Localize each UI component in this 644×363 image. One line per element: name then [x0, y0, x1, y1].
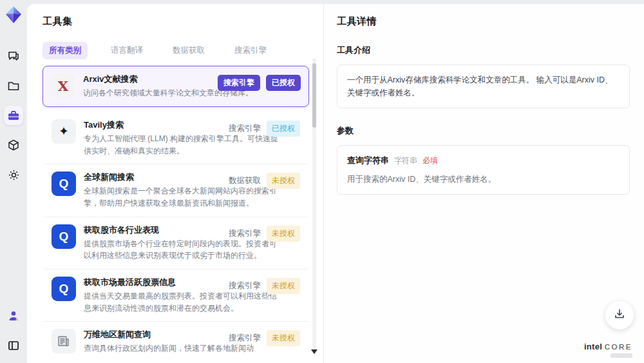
tavily-logo-icon: ✦: [52, 119, 76, 144]
tab-data-fetch[interactable]: 数据获取: [166, 42, 211, 59]
sidebar-item-settings[interactable]: [4, 165, 23, 184]
auth-status-badge[interactable]: 未授权: [267, 226, 300, 242]
sidebar-item-chat[interactable]: [4, 46, 23, 66]
param-name: 查询字符串: [347, 154, 389, 168]
panel-toggle-icon: [7, 339, 20, 352]
active-stock-logo-icon: Q: [52, 277, 76, 301]
folder-icon: [7, 79, 20, 92]
auth-status-badge[interactable]: 未授权: [267, 173, 300, 189]
auth-status-badge[interactable]: 未授权: [267, 330, 300, 346]
sidebar-item-models[interactable]: [4, 135, 23, 155]
download-icon: [613, 308, 626, 323]
sidebar-item-account[interactable]: [4, 306, 23, 326]
tab-all-categories[interactable]: 所有类别: [43, 42, 88, 59]
user-icon: [7, 309, 20, 322]
tool-card-stock-sectors[interactable]: Q 获取股市各行业表现 提供股票市场各个行业在特定时间段内的表现。投资者可以利用…: [44, 217, 308, 270]
app-rail: [0, 0, 27, 363]
tab-search-engine[interactable]: 搜索引擎: [228, 42, 273, 59]
tool-card-tavily[interactable]: ✦ Tavily搜索 专为人工智能代理 (LLM) 构建的搜索引擎工具。可快速提…: [44, 112, 308, 164]
params-heading: 参数: [337, 125, 630, 137]
app-logo-icon: [4, 5, 23, 25]
tool-card-global-news[interactable]: Q 全球新闻搜索 全球新闻搜索是一个聚合全球各大新闻网站内容的搜索引擎，帮助用户…: [44, 164, 308, 217]
intro-text-box: 一个用于从Arxiv存储库搜索科学论文和文章的工具。 输入可以是Arxiv ID…: [337, 64, 630, 108]
chat-icon: [7, 50, 20, 63]
stock-sector-logo-icon: Q: [52, 224, 76, 249]
tool-details-panel: 工具详情 工具介绍 一个用于从Arxiv存储库搜索科学论文和文章的工具。 输入可…: [323, 4, 644, 363]
tool-list-panel: 工具集 所有类别 语言翻译 数据获取 搜索引擎 X Arxiv文献搜索 访问各个…: [27, 4, 323, 363]
category-tabs: 所有类别 语言翻译 数据获取 搜索引擎: [43, 42, 323, 59]
tab-language-translation[interactable]: 语言翻译: [104, 42, 149, 59]
category-label: 搜索引擎: [229, 280, 261, 291]
category-label: 搜索引擎: [229, 228, 261, 239]
list-scrollbar[interactable]: [312, 58, 316, 354]
scroll-down-icon[interactable]: [311, 349, 317, 354]
category-label: 数据获取: [229, 175, 261, 186]
auth-status-badge[interactable]: 已授权: [266, 75, 301, 91]
details-title: 工具详情: [337, 15, 630, 28]
cube-icon: [7, 139, 20, 152]
scrollbar-thumb[interactable]: [312, 63, 316, 128]
page-title: 工具集: [43, 15, 323, 28]
param-box: 查询字符串 字符串 必填 用于搜索的Arxiv ID、关键字或作者姓名。: [337, 145, 630, 195]
intro-heading: 工具介绍: [337, 44, 630, 56]
sidebar-item-panel-toggle[interactable]: [4, 336, 23, 355]
intel-wordmark: intel: [584, 342, 602, 351]
tool-card-active-stocks[interactable]: Q 获取市场最活跃股票信息 提供当天交易量最高的股票列表。投资者可以利用这些信息…: [44, 270, 308, 322]
param-description: 用于搜索的Arxiv ID、关键字或作者姓名。: [347, 173, 620, 186]
category-badge: 搜索引擎: [218, 75, 260, 91]
sidebar-item-toolbox[interactable]: [4, 106, 23, 125]
param-type: 字符串: [394, 155, 417, 167]
category-label: 搜索引擎: [229, 333, 261, 344]
sidebar-item-files[interactable]: [4, 76, 23, 95]
category-label: 搜索引擎: [229, 123, 261, 134]
intel-core-logo: intel core: [584, 342, 632, 351]
tool-card-list: X Arxiv文献搜索 访问各个研究领域大量科学论文和文章的存储库。 搜索引擎 …: [43, 66, 309, 362]
arxiv-logo-icon: X: [51, 74, 75, 98]
global-news-logo-icon: Q: [52, 172, 76, 196]
main-surface: 工具集 所有类别 语言翻译 数据获取 搜索引擎 X Arxiv文献搜索 访问各个…: [27, 4, 644, 363]
download-button[interactable]: [605, 301, 634, 329]
tool-card-regional-news[interactable]: 万维地区新闻查询 查询具体行政区划内的新闻，快速了解各地新闻动 搜索引擎 未授权: [44, 322, 308, 362]
core-wordmark: core: [605, 343, 632, 351]
toolbox-icon: [6, 108, 21, 123]
intel-badge-sub: [611, 353, 632, 358]
param-required-flag: 必填: [422, 155, 438, 167]
tool-card-arxiv[interactable]: X Arxiv文献搜索 访问各个研究领域大量科学论文和文章的存储库。 搜索引擎 …: [43, 66, 309, 107]
auth-status-badge[interactable]: 未授权: [267, 278, 300, 294]
gear-icon: [7, 168, 21, 182]
regional-news-logo-icon: [52, 329, 76, 353]
auth-status-badge[interactable]: 已授权: [267, 121, 300, 137]
